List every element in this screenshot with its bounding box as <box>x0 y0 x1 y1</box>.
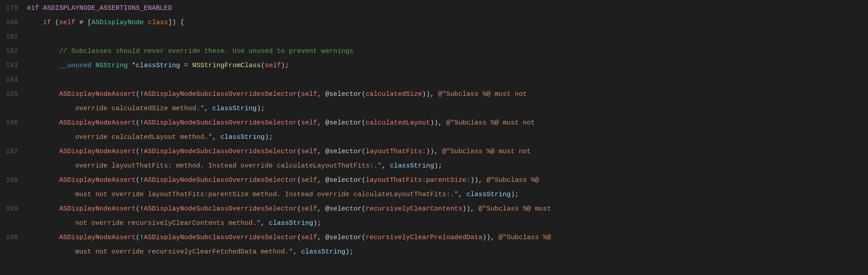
code-line: 185 ASDisplayNodeAssert(!ASDisplayNodeSu… <box>0 88 868 102</box>
line-content: ASDisplayNodeAssert(!ASDisplayNodeSubcla… <box>27 174 868 186</box>
line-content: override calculatedLayout method.", clas… <box>27 131 868 143</box>
code-line: must not override recursivelyClearFetche… <box>0 245 868 260</box>
line-number: 188 <box>0 174 27 186</box>
line-number: 181 <box>0 31 27 43</box>
line-content: ASDisplayNodeAssert(!ASDisplayNodeSubcla… <box>27 117 868 129</box>
line-content: ASDisplayNodeAssert(!ASDisplayNodeSubcla… <box>27 232 868 243</box>
code-line: override calculatedLayout method.", clas… <box>0 131 868 145</box>
line-content: must not override layoutThatFits:parentS… <box>27 189 868 200</box>
line-number: 186 <box>0 117 27 129</box>
code-line: 189 ASDisplayNodeAssert(!ASDisplayNodeSu… <box>0 202 868 217</box>
line-content: ASDisplayNodeAssert(!ASDisplayNodeSubcla… <box>27 203 868 215</box>
line-number <box>0 160 27 161</box>
code-line: override calculatedSize method.", classS… <box>0 102 868 116</box>
line-number <box>0 246 27 247</box>
code-line: 179#if ASDISPLAYNODE_ASSERTIONS_ENABLED <box>0 2 868 16</box>
line-number <box>0 217 27 218</box>
line-number: 185 <box>0 88 27 100</box>
line-content: not override recursivelyClearContents me… <box>27 217 868 229</box>
code-line: must not override layoutThatFits:parentS… <box>0 188 868 202</box>
line-content: ASDisplayNodeAssert(!ASDisplayNodeSubcla… <box>27 88 868 100</box>
line-content <box>27 74 868 86</box>
code-line: 181 <box>0 30 868 45</box>
code-line: 180 if (self ≠ [ASDisplayNode class]) { <box>0 16 868 30</box>
line-number: 187 <box>0 146 27 157</box>
line-number: 189 <box>0 203 27 215</box>
line-content: // Subclasses should never override thes… <box>27 45 868 57</box>
line-content: ASDisplayNodeAssert(!ASDisplayNodeSubcla… <box>27 146 868 157</box>
code-line: 186 ASDisplayNodeAssert(!ASDisplayNodeSu… <box>0 116 868 131</box>
line-number: 180 <box>0 17 27 28</box>
line-number: 184 <box>0 74 27 86</box>
line-content: override calculatedSize method.", classS… <box>27 103 868 114</box>
code-line: 188 ASDisplayNodeAssert(!ASDisplayNodeSu… <box>0 174 868 188</box>
code-line: 187 ASDisplayNodeAssert(!ASDisplayNodeSu… <box>0 145 868 159</box>
code-line: 190 ASDisplayNodeAssert(!ASDisplayNodeSu… <box>0 231 868 245</box>
code-line: 184 <box>0 73 868 88</box>
line-number <box>0 131 27 132</box>
code-line: 183 __unused NSString *classString = NSS… <box>0 59 868 73</box>
line-content: must not override recursivelyClearFetche… <box>27 246 868 258</box>
line-content: #if ASDISPLAYNODE_ASSERTIONS_ENABLED <box>27 2 868 14</box>
line-content: if (self ≠ [ASDisplayNode class]) { <box>27 17 868 28</box>
line-number: 182 <box>0 45 27 57</box>
code-editor: 179#if ASDISPLAYNODE_ASSERTIONS_ENABLED1… <box>0 0 868 275</box>
code-line: not override recursivelyClearContents me… <box>0 217 868 231</box>
code-line: override layoutThatFits: method. Instead… <box>0 159 868 174</box>
line-number: 190 <box>0 232 27 243</box>
code-line: 182 // Subclasses should never override … <box>0 45 868 59</box>
line-number <box>0 103 27 103</box>
line-content: override layoutThatFits: method. Instead… <box>27 160 868 172</box>
line-content <box>27 31 868 43</box>
line-content: __unused NSString *classString = NSStrin… <box>27 60 868 71</box>
line-number <box>0 189 27 189</box>
line-number: 183 <box>0 60 27 71</box>
line-number: 179 <box>0 2 27 14</box>
